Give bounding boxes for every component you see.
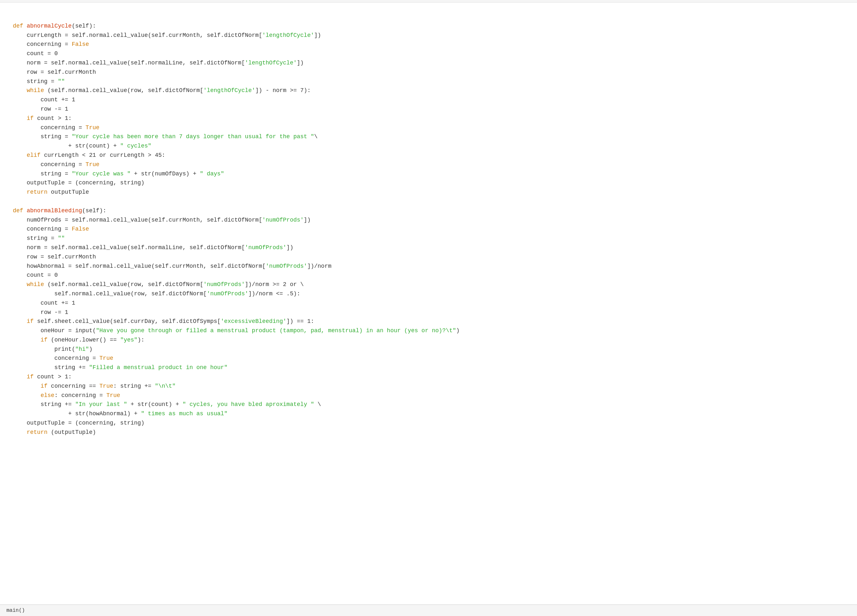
line-23: concerning = False	[13, 226, 89, 232]
line-13: string = "Your cycle has been more than …	[13, 133, 318, 140]
line-21: def abnormalBleeding(self):	[13, 207, 107, 214]
line-25: norm = self.normal.cell_value(self.norma…	[13, 245, 293, 251]
line-33: if self.sheet.cell_value(self.currDay, s…	[13, 318, 314, 325]
line-43: + str(howAbnormal) + " times as much as …	[13, 410, 227, 417]
line-17: string = "Your cycle was " + str(numOfDa…	[13, 170, 224, 177]
line-12: concerning = True	[13, 124, 99, 131]
line-1: def abnormalCycle(self):	[13, 23, 96, 29]
line-19: return outputTuple	[13, 189, 89, 195]
line-16: concerning = True	[13, 161, 99, 168]
bottom-bar-label: main()	[6, 607, 25, 614]
line-40: if concerning == True: string += "\n\t"	[13, 383, 176, 389]
line-34: oneHour = input("Have you gone through o…	[13, 327, 459, 334]
line-5: norm = self.normal.cell_value(self.norma…	[13, 60, 304, 66]
line-38: string += "Filled a menstrual product in…	[13, 364, 227, 371]
line-9: count += 1	[13, 96, 75, 103]
line-15: elif currLength < 21 or currLength > 45:	[13, 152, 165, 158]
line-8: while (self.normal.cell_value(row, self.…	[13, 87, 311, 94]
line-31: count += 1	[13, 300, 75, 306]
line-24: string = ""	[13, 235, 65, 241]
line-39: if count > 1:	[13, 374, 72, 380]
line-7: string = ""	[13, 78, 65, 85]
bottom-bar: main()	[0, 604, 857, 616]
line-32: row -= 1	[13, 309, 68, 316]
line-22: numOfProds = self.normal.cell_value(self…	[13, 217, 311, 223]
line-4: count = 0	[13, 50, 58, 57]
line-36: print("hi")	[13, 346, 92, 353]
line-2: currLength = self.normal.cell_value(self…	[13, 32, 321, 39]
line-11: if count > 1:	[13, 115, 72, 122]
line-35: if (oneHour.lower() == "yes"):	[13, 337, 145, 343]
line-3: concerning = False	[13, 41, 89, 48]
line-42: string += "In your last " + str(count) +…	[13, 401, 321, 407]
line-30: self.normal.cell_value(row, self.dictOfN…	[13, 291, 300, 297]
code-block: def abnormalCycle(self): currLength = se…	[13, 12, 844, 446]
line-6: row = self.currMonth	[13, 69, 96, 75]
line-37: concerning = True	[13, 355, 113, 361]
line-14: + str(count) + " cycles"	[13, 143, 151, 149]
top-bar	[0, 0, 857, 3]
line-41: else: concerning = True	[13, 392, 120, 399]
line-44: outputTuple = (concerning, string)	[13, 420, 144, 426]
line-26: row = self.currMonth	[13, 254, 96, 260]
line-18: outputTuple = (concerning, string)	[13, 180, 144, 186]
line-28: count = 0	[13, 272, 58, 279]
code-container: def abnormalCycle(self): currLength = se…	[0, 6, 857, 616]
line-45: return (outputTuple)	[13, 429, 96, 435]
line-29: while (self.normal.cell_value(row, self.…	[13, 281, 304, 288]
line-27: howAbnormal = self.normal.cell_value(sel…	[13, 263, 331, 269]
line-10: row -= 1	[13, 106, 68, 112]
